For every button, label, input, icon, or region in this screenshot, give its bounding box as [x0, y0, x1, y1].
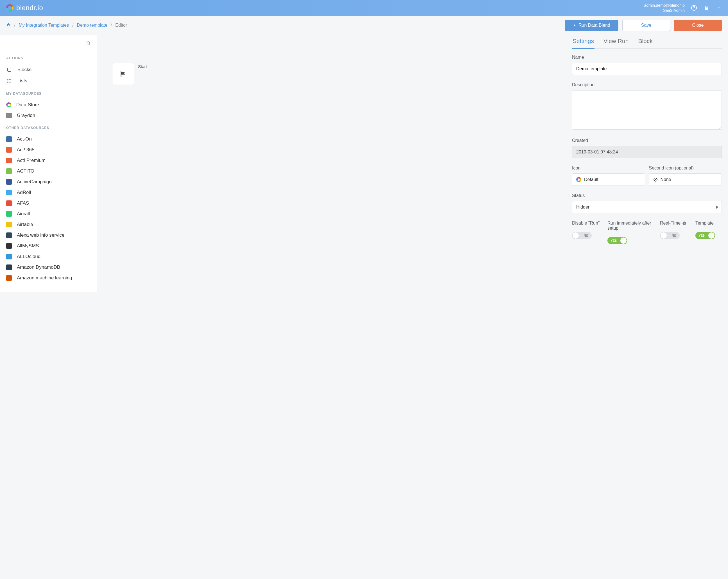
tab-block[interactable]: Block [638, 35, 653, 49]
save-button-label: Save [641, 23, 651, 28]
template-toggle[interactable]: YES [695, 232, 715, 239]
svg-point-5 [7, 79, 8, 80]
status-select[interactable]: Hidden [572, 201, 722, 213]
sidebar-item-blocks[interactable]: Blocks [6, 64, 91, 75]
sidebar-item-datasource[interactable]: Airtable [6, 219, 91, 230]
graydon-icon [6, 113, 12, 118]
breadcrumb: / My Integration Templates / Demo templa… [6, 23, 127, 28]
save-button[interactable]: Save [622, 20, 670, 31]
blendr-swirl-icon [576, 177, 581, 182]
breadcrumb-demo[interactable]: Demo template [77, 23, 107, 28]
sidebar-item-datasource[interactable]: AdRoll [6, 187, 91, 198]
second-icon-select[interactable]: None [649, 174, 722, 186]
main-layout: ACTIONS Blocks Lists MY DATASOURCES Data… [0, 35, 728, 292]
real-time-toggle[interactable]: NO [660, 232, 680, 239]
datasource-icon [6, 222, 12, 228]
sidebar-item-datasource[interactable]: Act-On [6, 134, 91, 144]
sidebar-item-graydon[interactable]: Graydon [6, 110, 91, 121]
svg-point-9 [7, 82, 8, 83]
close-button[interactable]: Close [674, 20, 722, 31]
sidebar-item-data-store[interactable]: Data Store [6, 100, 91, 110]
close-button-label: Close [692, 23, 704, 28]
home-icon[interactable] [6, 23, 11, 28]
user-info: admin.demo@blendr.io SaaS Admin [644, 3, 685, 13]
sidebar-item-datasource[interactable]: ACTITO [6, 166, 91, 177]
svg-rect-10 [9, 82, 11, 83]
sidebar-item-label: Amazon machine learning [17, 275, 72, 281]
sidebar-item-datasource[interactable]: AFAS [6, 198, 91, 209]
help-icon[interactable] [691, 5, 697, 11]
second-icon-label: Second icon (optional) [649, 165, 722, 170]
brand-text: blendr.io [16, 4, 43, 12]
sidebar-item-label: Airtable [17, 222, 33, 228]
status-label: Status [572, 193, 722, 198]
blendr-swirl-icon [6, 102, 11, 107]
toggle-knob [708, 232, 714, 239]
help-icon[interactable]: ? [682, 221, 686, 226]
sidebar-item-datasource[interactable]: Amazon machine learning [6, 273, 91, 283]
start-node-box[interactable] [112, 63, 134, 85]
datasource-icon [6, 158, 12, 163]
datasource-icon [6, 254, 12, 259]
svg-rect-8 [9, 81, 11, 81]
run-after-setup-toggle[interactable]: YES [607, 237, 627, 244]
svg-rect-4 [7, 68, 11, 71]
sidebar-item-label: Data Store [16, 102, 39, 108]
svg-rect-6 [9, 80, 11, 80]
datasource-icon [6, 147, 12, 153]
sidebar-item-label: ActiveCampaign [17, 179, 52, 185]
breadcrumb-templates[interactable]: My Integration Templates [19, 23, 69, 28]
canvas[interactable]: Start [101, 35, 568, 288]
section-my-ds-head: MY DATASOURCES [6, 91, 91, 96]
datasource-icon [6, 136, 12, 142]
toggle-value: NO [584, 234, 588, 237]
disable-run-toggle[interactable]: NO [572, 232, 592, 239]
datasource-icon [6, 211, 12, 217]
icon-select-value: Default [584, 177, 598, 182]
lists-icon [6, 78, 12, 84]
tab-view-run[interactable]: View Run [603, 35, 629, 49]
lock-icon[interactable] [703, 5, 709, 11]
sidebar-item-datasource[interactable]: Aircall [6, 209, 91, 219]
toggle-value: NO [672, 234, 676, 237]
search-icon [86, 41, 91, 46]
logo-swirl-icon [6, 4, 14, 11]
dropdown-caret-icon[interactable] [716, 5, 722, 11]
name-input[interactable] [572, 63, 722, 75]
sidebar-item-label: Graydon [17, 113, 35, 118]
icon-select[interactable]: Default [572, 174, 645, 186]
sidebar-item-lists[interactable]: Lists [6, 75, 91, 86]
blocks-icon [6, 67, 12, 73]
brand-logo[interactable]: blendr.io [6, 4, 43, 12]
template-label: Template [695, 221, 722, 226]
sidebar-item-datasource[interactable]: Alexa web info service [6, 230, 91, 241]
start-node[interactable]: Start [112, 63, 557, 85]
sidebar-item-label: Act-On [17, 136, 32, 142]
sidebar-search[interactable] [6, 40, 91, 51]
second-icon-value: None [660, 177, 671, 182]
sidebar-item-datasource[interactable]: ActiveCampaign [6, 177, 91, 187]
sidebar-item-datasource[interactable]: Act! Premium [6, 155, 91, 166]
sidebar-item-datasource[interactable]: Act! 365 [6, 144, 91, 155]
sidebar-item-datasource[interactable]: ALLOcloud [6, 251, 91, 262]
run-button-label: Run Data Blend [578, 23, 610, 28]
sidebar-item-datasource[interactable]: AllMySMS [6, 241, 91, 251]
run-data-blend-button[interactable]: Run Data Blend [565, 20, 618, 31]
sidebar-item-label: AdRoll [17, 190, 31, 195]
start-node-label: Start [138, 63, 147, 69]
svg-point-7 [7, 81, 8, 81]
svg-line-3 [89, 44, 90, 45]
sidebar-item-datasource[interactable]: Amazon DynamoDB [6, 262, 91, 273]
disable-run-label: Disable "Run" [572, 221, 605, 226]
topbar: blendr.io admin.demo@blendr.io SaaS Admi… [0, 0, 728, 16]
user-role: SaaS Admin [644, 8, 685, 13]
section-other-ds-head: OTHER DATASOURCES [6, 126, 91, 130]
play-icon [573, 24, 576, 27]
datasource-icon [6, 243, 12, 249]
datasource-icon [6, 264, 12, 270]
description-label: Description [572, 82, 722, 87]
description-textarea[interactable] [572, 90, 722, 130]
topbar-right: admin.demo@blendr.io SaaS Admin [644, 3, 722, 13]
tab-settings[interactable]: Settings [572, 35, 595, 49]
datasource-icon [6, 201, 12, 206]
